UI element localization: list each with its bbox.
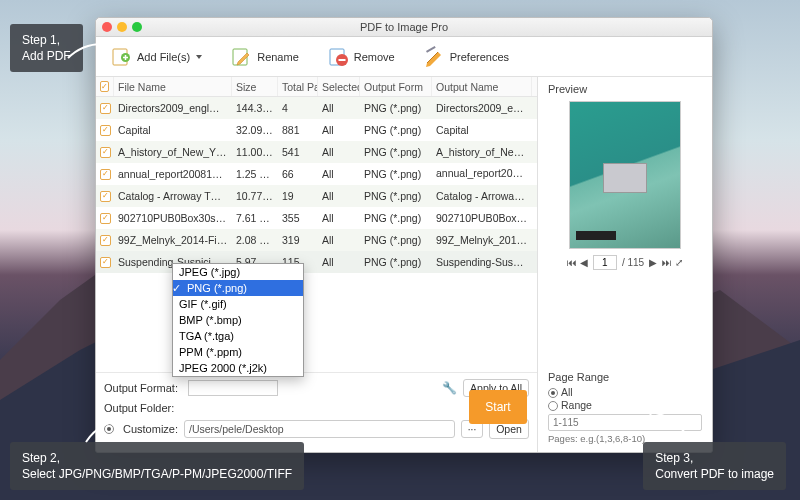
app-window: PDF to Image Pro Add File(s) Rename Remo… [95, 17, 713, 453]
cell-size: 1.25 … [232, 168, 278, 180]
cell-format: PNG (*.png) [360, 168, 432, 180]
preferences-label: Preferences [450, 51, 509, 63]
output-path-field[interactable]: /Users/pele/Desktop [184, 420, 455, 438]
cell-selected: All [318, 146, 360, 158]
format-option[interactable]: PNG (*.png) [173, 280, 303, 296]
table-header: File Name Size Total Pa Selected Output … [96, 77, 537, 97]
cell-total: 19 [278, 190, 318, 202]
page-number-input[interactable] [593, 255, 617, 270]
preferences-button[interactable]: Preferences [423, 46, 509, 68]
svg-rect-10 [426, 46, 436, 53]
cell-output: Catalog - Arroway Textur… [432, 190, 532, 202]
table-row[interactable]: annual_report20081…1.25 …66AllPNG (*.png… [96, 163, 537, 185]
row-checkbox[interactable] [100, 213, 111, 224]
arrow-icon [66, 36, 126, 66]
select-all-checkbox[interactable] [100, 81, 109, 92]
table-row[interactable]: Catalog - Arroway T…10.77…19AllPNG (*.pn… [96, 185, 537, 207]
cell-format: PNG (*.png) [360, 102, 432, 114]
cell-output: Suspending-Suspicious-T… [432, 256, 532, 268]
cell-selected: All [318, 256, 360, 268]
format-option[interactable]: BMP (*.bmp) [173, 312, 303, 328]
cell-size: 10.77… [232, 190, 278, 202]
cell-format: PNG (*.png) [360, 234, 432, 246]
remove-button[interactable]: Remove [327, 46, 395, 68]
cell-total: 66 [278, 168, 318, 180]
minimize-icon[interactable] [117, 22, 127, 32]
cell-selected: All [318, 212, 360, 224]
toolbar: Add File(s) Rename Remove Preferences [96, 37, 712, 77]
format-option[interactable]: TGA (*.tga) [173, 328, 303, 344]
table-row[interactable]: Directors2009_engl…144.3…4AllPNG (*.png)… [96, 97, 537, 119]
remove-icon [327, 46, 349, 68]
fit-button[interactable]: ⤢ [675, 257, 683, 268]
add-files-label: Add File(s) [137, 51, 190, 63]
format-option[interactable]: GIF (*.gif) [173, 296, 303, 312]
cell-total: 4 [278, 102, 318, 114]
arrow-icon [640, 406, 700, 446]
cell-size: 2.08 … [232, 234, 278, 246]
settings-icon[interactable]: 🔧 [442, 381, 457, 395]
cell-selected: All [318, 234, 360, 246]
format-option[interactable]: PPM (*.ppm) [173, 344, 303, 360]
cell-selected: All [318, 168, 360, 180]
cell-filename: Capital [114, 124, 232, 136]
callout-step-3: Step 3,Convert PDF to image [643, 442, 786, 490]
cell-format: PNG (*.png) [360, 124, 432, 136]
table-row[interactable]: 99Z_Melnyk_2014-Fi…2.08 …319AllPNG (*.pn… [96, 229, 537, 251]
file-table: File Name Size Total Pa Selected Output … [96, 77, 537, 273]
start-button[interactable]: Start [469, 390, 527, 424]
cell-format: PNG (*.png) [360, 190, 432, 202]
row-checkbox[interactable] [100, 169, 111, 180]
cell-filename: 902710PUB0Box30s… [114, 212, 232, 224]
preview-pager: ⏮ ◀ / 115 ▶ ⏭ ⤢ [548, 255, 702, 270]
prev-page-button[interactable]: ◀ [580, 257, 588, 268]
table-row[interactable]: A_history_of_New_Y…11.00…541AllPNG (*.pn… [96, 141, 537, 163]
cell-filename: Directors2009_engl… [114, 102, 232, 114]
arrow-icon [82, 412, 142, 446]
format-option[interactable]: JPEG (*.jpg) [173, 264, 303, 280]
preferences-icon [423, 46, 445, 68]
cell-output: A_history_of_New_York__f… [432, 146, 532, 158]
cell-filename: A_history_of_New_Y… [114, 146, 232, 158]
titlebar[interactable]: PDF to Image Pro [96, 18, 712, 37]
format-option[interactable]: JPEG 2000 (*.j2k) [173, 360, 303, 376]
remove-label: Remove [354, 51, 395, 63]
row-checkbox[interactable] [100, 235, 111, 246]
close-icon[interactable] [102, 22, 112, 32]
row-checkbox[interactable] [100, 257, 111, 268]
table-row[interactable]: Capital32.09…881AllPNG (*.png)Capital [96, 119, 537, 141]
cell-size: 11.00… [232, 146, 278, 158]
range-all-radio[interactable] [548, 388, 558, 398]
first-page-button[interactable]: ⏮ [567, 257, 575, 268]
rename-label: Rename [257, 51, 299, 63]
row-checkbox[interactable] [100, 147, 111, 158]
preview-thumbnail [569, 101, 681, 249]
output-format-dropdown[interactable]: JPEG (*.jpg)PNG (*.png)GIF (*.gif)BMP (*… [172, 263, 304, 377]
next-page-button[interactable]: ▶ [649, 257, 657, 268]
table-row[interactable]: 902710PUB0Box30s…7.61 …355AllPNG (*.png)… [96, 207, 537, 229]
cell-output: 99Z_Melnyk_2014-Film_a… [432, 234, 532, 246]
cell-filename: annual_report20081… [114, 168, 232, 180]
range-custom-radio[interactable] [548, 401, 558, 411]
range-custom-label: Range [561, 399, 592, 411]
row-checkbox[interactable] [100, 125, 111, 136]
cell-format: PNG (*.png) [360, 256, 432, 268]
col-output[interactable]: Output Name [432, 77, 532, 96]
row-checkbox[interactable] [100, 103, 111, 114]
col-selected[interactable]: Selected [318, 77, 360, 96]
col-total[interactable]: Total Pa [278, 77, 318, 96]
page-range-header: Page Range [548, 371, 702, 383]
col-filename[interactable]: File Name [114, 77, 232, 96]
rename-button[interactable]: Rename [230, 46, 299, 68]
zoom-icon[interactable] [132, 22, 142, 32]
preview-label: Preview [548, 83, 702, 95]
cell-size: 7.61 … [232, 212, 278, 224]
row-checkbox[interactable] [100, 191, 111, 202]
right-pane: Preview ⏮ ◀ / 115 ▶ ⏭ ⤢ Page Range All R… [538, 77, 712, 452]
col-size[interactable]: Size [232, 77, 278, 96]
range-all-label: All [561, 386, 573, 398]
col-format[interactable]: Output Form [360, 77, 432, 96]
last-page-button[interactable]: ⏭ [662, 257, 670, 268]
output-format-select[interactable] [188, 380, 278, 396]
table-row[interactable]: Suspending-Suspici…5.97 …115AllPNG (*.pn… [96, 251, 537, 273]
